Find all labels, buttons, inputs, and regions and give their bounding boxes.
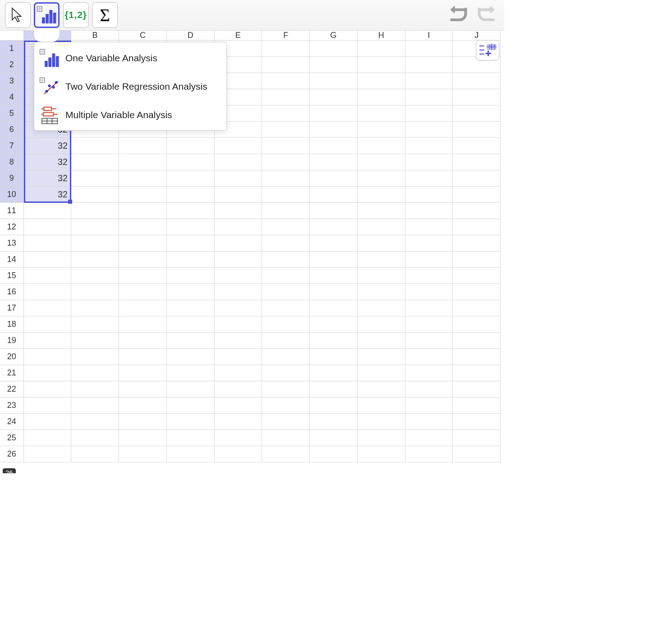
list-tool-button[interactable]: {1,2} [63, 2, 89, 28]
cell[interactable] [262, 89, 310, 105]
cell[interactable] [453, 316, 501, 333]
cell[interactable] [310, 122, 358, 138]
cell[interactable] [215, 154, 262, 170]
cell[interactable] [310, 73, 358, 89]
cell[interactable] [405, 187, 453, 203]
column-header[interactable]: C [119, 31, 167, 41]
cell[interactable]: 32 [24, 187, 72, 203]
cell[interactable] [119, 365, 167, 381]
cell[interactable] [358, 138, 405, 154]
cell[interactable] [453, 138, 501, 154]
cell[interactable] [215, 284, 262, 300]
cell[interactable] [405, 105, 453, 122]
cell[interactable] [262, 365, 310, 381]
cell[interactable] [453, 89, 501, 105]
sum-tool-button[interactable]: Σ [92, 2, 118, 28]
cell[interactable] [167, 446, 215, 462]
cell[interactable] [119, 251, 167, 268]
cell[interactable] [167, 219, 215, 235]
cell[interactable] [358, 446, 405, 462]
cell[interactable] [453, 235, 501, 251]
cell[interactable] [215, 381, 262, 398]
cell[interactable] [262, 414, 310, 430]
cell[interactable] [310, 316, 358, 333]
cell[interactable] [358, 235, 405, 251]
cell[interactable] [310, 284, 358, 300]
cell[interactable] [453, 300, 501, 316]
cell[interactable] [405, 57, 453, 73]
cell[interactable] [358, 300, 405, 316]
cell[interactable] [310, 398, 358, 414]
cell[interactable] [119, 446, 167, 462]
cell[interactable] [405, 333, 453, 349]
cell[interactable] [405, 235, 453, 251]
cell[interactable] [119, 430, 167, 446]
row-header[interactable]: 15 [0, 268, 24, 284]
cell[interactable] [310, 57, 358, 73]
cell[interactable] [262, 219, 310, 235]
cell[interactable] [453, 333, 501, 349]
row-header[interactable]: 26 [0, 446, 24, 462]
cell[interactable] [310, 430, 358, 446]
cell[interactable] [453, 430, 501, 446]
cell[interactable] [71, 398, 119, 414]
cell[interactable] [405, 251, 453, 268]
row-header[interactable]: 5 [0, 105, 24, 122]
cell[interactable] [262, 122, 310, 138]
cell[interactable] [71, 251, 119, 268]
cell[interactable] [453, 268, 501, 284]
cell[interactable] [167, 300, 215, 316]
cell[interactable] [167, 381, 215, 398]
cell[interactable] [262, 138, 310, 154]
cell[interactable] [262, 170, 310, 187]
cell[interactable] [358, 268, 405, 284]
cell[interactable] [119, 333, 167, 349]
cell[interactable] [71, 381, 119, 398]
cell[interactable] [215, 316, 262, 333]
cell[interactable] [405, 154, 453, 170]
cell[interactable] [453, 187, 501, 203]
cell[interactable] [405, 414, 453, 430]
cell[interactable] [262, 57, 310, 73]
cell[interactable] [71, 333, 119, 349]
cell[interactable] [358, 122, 405, 138]
cell[interactable] [24, 430, 72, 446]
cell[interactable] [215, 300, 262, 316]
row-header[interactable]: 23 [0, 398, 24, 414]
cell[interactable] [310, 235, 358, 251]
cell[interactable] [262, 446, 310, 462]
column-header[interactable]: D [167, 31, 215, 41]
cell[interactable] [262, 349, 310, 365]
cell[interactable] [24, 219, 72, 235]
cell[interactable] [262, 235, 310, 251]
undo-icon[interactable] [447, 4, 469, 23]
cell[interactable] [119, 300, 167, 316]
cell[interactable] [262, 105, 310, 122]
cell[interactable] [358, 333, 405, 349]
cell[interactable] [358, 251, 405, 268]
cell[interactable] [405, 365, 453, 381]
toggle-sidebar-button[interactable]: A B 1 2 [476, 40, 500, 60]
cell[interactable] [262, 333, 310, 349]
cell[interactable] [405, 349, 453, 365]
cell[interactable] [119, 187, 167, 203]
cell[interactable] [215, 398, 262, 414]
cell[interactable] [215, 187, 262, 203]
column-header[interactable]: I [405, 31, 453, 41]
cell[interactable] [167, 365, 215, 381]
cell[interactable] [310, 414, 358, 430]
cell[interactable] [358, 284, 405, 300]
cell[interactable] [358, 381, 405, 398]
cell[interactable] [215, 365, 262, 381]
row-header[interactable]: 19 [0, 333, 24, 349]
cell[interactable] [310, 300, 358, 316]
cell[interactable] [215, 349, 262, 365]
cell[interactable] [119, 398, 167, 414]
cell[interactable] [405, 316, 453, 333]
cell[interactable] [167, 398, 215, 414]
cell[interactable] [310, 105, 358, 122]
row-header[interactable]: 21 [0, 365, 24, 381]
cell[interactable] [167, 316, 215, 333]
cell[interactable] [262, 398, 310, 414]
cell[interactable] [405, 268, 453, 284]
